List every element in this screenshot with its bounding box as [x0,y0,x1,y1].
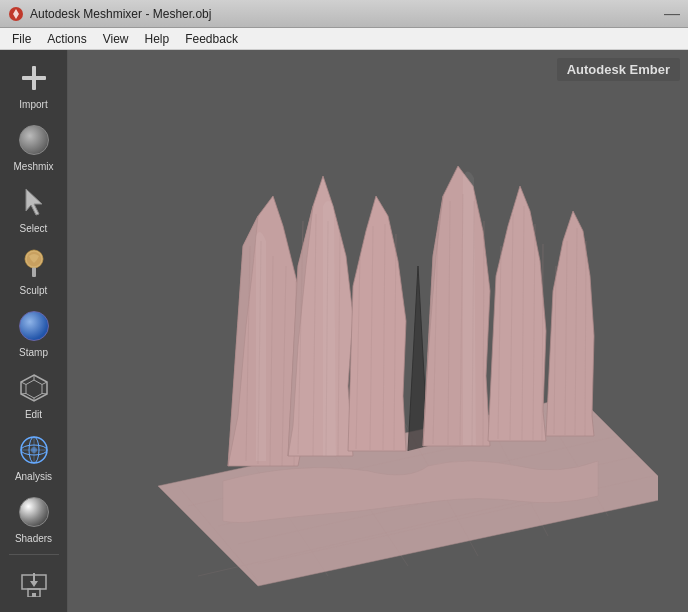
analysis-label: Analysis [15,471,52,482]
viewport[interactable]: Autodesk Ember [68,50,688,612]
sidebar-item-meshmix[interactable]: Meshmix [3,116,65,176]
shaders-icon [15,493,53,531]
analysis-icon [15,431,53,469]
shaders-label: Shaders [15,533,52,544]
svg-line-12 [21,394,26,395]
cursor-icon [15,183,53,221]
svg-marker-7 [26,380,42,398]
sidebar-item-sculpt[interactable]: Sculpt [3,240,65,300]
menu-help[interactable]: Help [137,30,178,48]
menu-bar: File Actions View Help Feedback [0,28,688,50]
minimize-icon[interactable]: — [660,5,684,23]
export-icon [18,571,50,600]
stamp-label: Stamp [19,347,48,358]
edit-icon [15,369,53,407]
sphere-icon [15,121,53,159]
menu-file[interactable]: File [4,30,39,48]
brush-icon [15,245,53,283]
window-title: Autodesk Meshmixer - Mesher.obj [30,7,680,21]
sidebar-item-shaders[interactable]: Shaders [3,488,65,548]
menu-view[interactable]: View [95,30,137,48]
sidebar-item-export[interactable] [3,566,65,604]
sidebar-divider [9,554,59,555]
edit-label: Edit [25,409,42,420]
sidebar: Import Meshmix Select [0,50,68,612]
svg-line-10 [42,394,47,395]
main-area: Import Meshmix Select [0,50,688,612]
meshmix-label: Meshmix [13,161,53,172]
sidebar-item-edit[interactable]: Edit [3,364,65,424]
sidebar-item-analysis[interactable]: Analysis [3,426,65,486]
svg-rect-4 [32,267,36,277]
svg-marker-22 [32,593,36,597]
plus-icon [15,59,53,97]
select-label: Select [20,223,48,234]
menu-feedback[interactable]: Feedback [177,30,246,48]
sculpt-label: Sculpt [20,285,48,296]
svg-marker-1 [26,189,42,215]
mesh-svg [98,66,658,596]
title-bar: Autodesk Meshmixer - Mesher.obj — [0,0,688,28]
stamp-icon [15,307,53,345]
app-icon [8,6,24,22]
svg-marker-23 [30,581,38,587]
sidebar-item-select[interactable]: Select [3,178,65,238]
sidebar-item-import[interactable]: Import [3,54,65,114]
import-label: Import [19,99,47,110]
mesh-container [68,50,688,612]
sidebar-item-stamp[interactable]: Stamp [3,302,65,362]
watermark: Autodesk Ember [557,58,680,81]
menu-actions[interactable]: Actions [39,30,94,48]
